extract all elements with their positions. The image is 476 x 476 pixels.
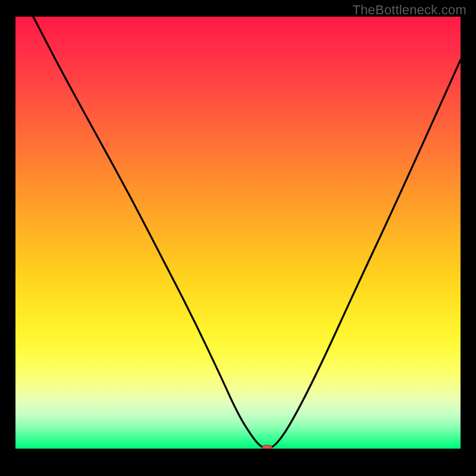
watermark-text: TheBottleneck.com	[352, 2, 466, 18]
chart-frame: TheBottleneck.com	[0, 0, 476, 476]
bottleneck-curve	[15, 17, 461, 449]
plot-area	[15, 17, 461, 449]
minimum-marker	[262, 445, 273, 449]
